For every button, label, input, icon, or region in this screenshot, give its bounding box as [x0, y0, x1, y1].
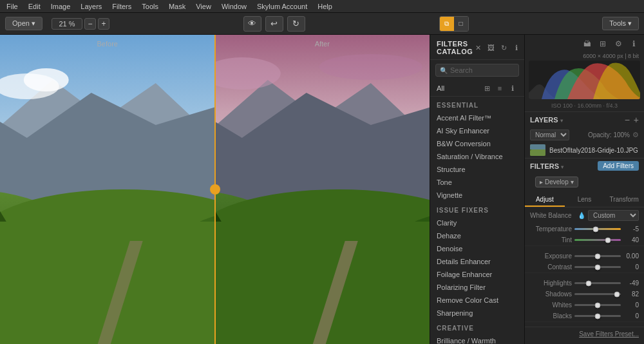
develop-tag[interactable]: ▸ Develop ▾ — [535, 177, 578, 187]
menu-view[interactable]: View — [194, 3, 213, 10]
temperature-thumb[interactable] — [593, 226, 599, 232]
filter-item-remove-color[interactable]: Remove Color Cast — [430, 294, 524, 307]
contrast-thumb[interactable] — [595, 264, 601, 270]
layers-section-header[interactable]: LAYERS ▾ − + — [525, 111, 644, 128]
eye-button[interactable]: 👁 — [243, 16, 261, 32]
before-after-split-button[interactable]: ⧉ — [440, 17, 454, 31]
filters-refresh-icon[interactable]: ↻ — [498, 43, 509, 53]
zoom-control: 21 % − + — [52, 18, 109, 30]
grid-view-icon[interactable]: ⊞ — [482, 83, 492, 93]
temperature-slider[interactable] — [574, 228, 621, 230]
filter-item-sharpening[interactable]: Sharpening — [430, 307, 524, 320]
filter-item-bw[interactable]: B&W Conversion — [430, 137, 524, 150]
compare-toggle: ⧉ □ — [439, 16, 469, 32]
highlights-thumb[interactable] — [585, 280, 591, 286]
tab-lens[interactable]: Lens — [565, 193, 605, 207]
shadows-slider-row: Shadows 82 — [525, 289, 644, 300]
filter-item-structure[interactable]: Structure — [430, 163, 524, 176]
filters-info-icon[interactable]: ℹ — [511, 43, 522, 53]
menu-image[interactable]: Image — [50, 3, 72, 10]
menu-skylum[interactable]: Skylum Account — [256, 3, 308, 10]
menu-layers[interactable]: Layers — [79, 3, 103, 10]
filter-item-clarity[interactable]: Clarity — [430, 216, 524, 229]
tools-button[interactable]: Tools ▾ — [602, 17, 639, 30]
exposure-thumb[interactable] — [595, 253, 601, 259]
eyedropper-icon[interactable]: 💧 — [578, 212, 585, 219]
menu-tools[interactable]: Tools — [140, 3, 160, 10]
rt-icon-layers[interactable]: ⊞ — [596, 37, 609, 50]
filters-image-icon[interactable]: 🖼 — [486, 43, 496, 53]
blacks-thumb[interactable] — [595, 313, 601, 319]
exposure-slider[interactable] — [574, 255, 621, 257]
filter-item-denoise[interactable]: Denoise — [430, 242, 524, 255]
shadows-label: Shadows — [530, 291, 572, 298]
layer-row: BestOfItaly2018-Gridje-10.JPG — [525, 142, 644, 158]
menu-mask[interactable]: Mask — [167, 3, 187, 10]
list-view-icon[interactable]: ≡ — [495, 83, 505, 93]
contrast-slider[interactable] — [574, 266, 621, 268]
white-balance-select[interactable]: Custom — [588, 210, 639, 221]
filter-item-vignette[interactable]: Vignette — [430, 189, 524, 202]
zoom-in-button[interactable]: + — [98, 18, 109, 30]
blacks-slider[interactable] — [574, 315, 621, 317]
blend-mode-select[interactable]: Normal — [530, 129, 569, 140]
rt-icon-photo[interactable]: 🏔 — [581, 37, 594, 50]
filters-close-icon[interactable]: ✕ — [473, 43, 483, 53]
before-after-full-button[interactable]: □ — [454, 17, 468, 31]
layers-minus-icon[interactable]: − — [625, 115, 630, 125]
add-filters-button[interactable]: Add Filters — [598, 161, 639, 171]
filter-all-row: All ⊞ ≡ ℹ — [430, 81, 524, 97]
image-container — [0, 35, 430, 344]
menu-help[interactable]: Help — [316, 3, 334, 10]
temperature-label: Temperature — [530, 225, 572, 233]
filter-item-polarizing[interactable]: Polarizing Filter — [430, 281, 524, 294]
menu-filters[interactable]: Filters — [111, 3, 133, 10]
blacks-label: Blacks — [530, 312, 572, 320]
highlights-slider-row: Highlights -49 — [525, 278, 644, 289]
tab-transform[interactable]: Transform — [604, 193, 644, 207]
filter-info-icon[interactable]: ℹ — [507, 83, 518, 93]
filter-item-accent-ai[interactable]: Accent AI Filter™ — [430, 111, 524, 124]
layer-gear-icon[interactable]: ⚙ — [632, 131, 639, 139]
tint-slider[interactable] — [574, 239, 621, 241]
highlights-slider[interactable] — [574, 282, 621, 284]
whites-slider[interactable] — [574, 304, 621, 306]
menu-edit[interactable]: Edit — [27, 3, 42, 10]
filter-item-saturation[interactable]: Saturation / Vibrance — [430, 150, 524, 163]
filter-item-details[interactable]: Details Enhancer — [430, 255, 524, 268]
essential-section-label: ESSENTIAL — [430, 97, 524, 111]
filter-item-dehaze[interactable]: Dehaze — [430, 229, 524, 242]
tint-thumb[interactable] — [605, 237, 611, 243]
shadows-slider[interactable] — [574, 293, 621, 295]
save-presets-button[interactable]: Save Filters Preset... — [579, 330, 639, 338]
tab-adjust[interactable]: Adjust — [525, 193, 565, 207]
layers-plus-icon[interactable]: + — [634, 115, 639, 125]
filter-item-tone[interactable]: Tone — [430, 176, 524, 189]
contrast-label: Contrast — [530, 263, 572, 271]
rt-icon-info[interactable]: ℹ — [627, 37, 640, 50]
filter-item-ai-sky[interactable]: AI Sky Enhancer — [430, 124, 524, 137]
filters-catalog-header: FILTERS CATALOG ✕ 🖼 ↻ ℹ — [430, 35, 524, 60]
search-input[interactable] — [450, 66, 515, 74]
menu-window[interactable]: Window — [220, 3, 248, 10]
undo-icon: ↩ — [270, 19, 278, 28]
shadows-thumb[interactable] — [614, 291, 620, 297]
main-layout: Before After — [0, 35, 644, 344]
slider-spacer-1 — [525, 245, 644, 251]
open-button[interactable]: Open ▾ — [5, 17, 43, 30]
white-balance-label: White Balance — [530, 212, 575, 219]
develop-tag-container: ▸ Develop ▾ — [525, 173, 644, 191]
filter-item-brilliance[interactable]: Brilliance / Warmth — [430, 334, 524, 344]
image-panel: Before After — [0, 35, 430, 344]
slider-spacer-3 — [525, 321, 644, 327]
menu-file[interactable]: File — [5, 3, 19, 10]
compare-handle[interactable] — [210, 184, 220, 195]
rt-icon-adjust[interactable]: ⚙ — [612, 37, 625, 50]
undo-button[interactable]: ↩ — [265, 16, 283, 32]
right-panel: 🏔 ⊞ ⚙ ℹ 6000 × 4000 px | 8 bit — [525, 35, 644, 344]
redo-button[interactable]: ↻ — [287, 16, 305, 32]
filters-catalog-panel: FILTERS CATALOG ✕ 🖼 ↻ ℹ 🔍 All ⊞ ≡ ℹ ESSE… — [430, 35, 525, 344]
filter-item-foilage[interactable]: Foilage Enhancer — [430, 268, 524, 281]
zoom-out-button[interactable]: − — [84, 18, 96, 30]
whites-thumb[interactable] — [595, 302, 601, 308]
